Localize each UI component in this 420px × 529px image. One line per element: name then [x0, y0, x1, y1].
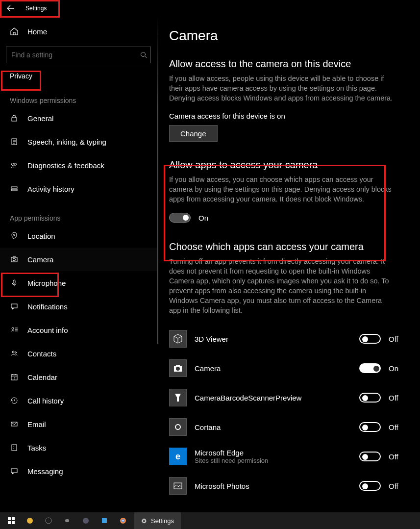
svg-point-29 [46, 518, 51, 524]
section-allow-apps-desc: If you allow access, you can choose whic… [169, 175, 395, 204]
sidebar-item-label: Speech, inking, & typing [27, 138, 106, 146]
app-icon [63, 517, 71, 525]
sidebar-item-call-history[interactable]: Call history [0, 389, 157, 412]
app-icon [100, 517, 108, 525]
sidebar-item-label: Diagnostics & feedback [27, 161, 104, 170]
taskbar-pinned-app-6[interactable] [114, 512, 132, 529]
taskbar-app-label: Settings [151, 517, 174, 525]
titlebar: Settings [0, 0, 420, 16]
svg-rect-4 [11, 187, 17, 188]
allow-apps-toggle-state: On [198, 214, 208, 222]
location-icon [9, 232, 20, 240]
chrome-icon [119, 517, 127, 525]
svg-point-31 [83, 518, 89, 524]
sidebar-item-activity-history[interactable]: Activity history [0, 177, 157, 201]
sidebar-item-notifications[interactable]: Notifications [0, 295, 157, 318]
allow-apps-toggle[interactable] [169, 213, 191, 223]
svg-point-22 [175, 425, 180, 429]
app-toggle-state: Off [389, 335, 403, 343]
sidebar-item-messaging[interactable]: Messaging [0, 459, 157, 483]
apps-list: 3D ViewerOffCameraOnCameraBarcodeScanner… [169, 324, 403, 501]
app-toggle[interactable] [359, 334, 381, 344]
sidebar-item-email[interactable]: Email [0, 412, 157, 436]
sidebar-item-speech[interactable]: Speech, inking, & typing [0, 130, 157, 153]
app-icon [169, 418, 187, 436]
app-icon [169, 359, 187, 377]
app-toggle[interactable] [359, 422, 381, 432]
app-toggle[interactable] [359, 393, 381, 403]
calendar-icon [9, 373, 20, 381]
lock-icon [9, 114, 20, 122]
sidebar-item-general[interactable]: General [0, 106, 157, 130]
sidebar-home[interactable]: Home [0, 21, 157, 42]
svg-point-8 [13, 258, 16, 261]
app-row: CortanaOff [169, 412, 403, 442]
taskbar-pinned-app-5[interactable] [95, 512, 114, 529]
app-name: CameraBarcodeScannerPreview [195, 394, 359, 402]
taskbar-app-settings[interactable]: ⚙ Settings [134, 512, 181, 529]
svg-point-0 [141, 52, 146, 57]
sidebar-group-windows-permissions: Windows permissions [0, 83, 157, 106]
taskbar-start-button[interactable] [2, 512, 21, 529]
sidebar-item-calendar[interactable]: Calendar [0, 365, 157, 389]
app-row: CameraOn [169, 353, 403, 383]
app-toggle[interactable] [359, 481, 381, 491]
windows-icon [7, 517, 15, 525]
sidebar-item-label: Calendar [27, 373, 57, 381]
sidebar-item-location[interactable]: Location [0, 224, 157, 248]
app-subtitle: Sites still need permission [195, 457, 359, 464]
app-toggle[interactable] [359, 452, 381, 461]
call-history-icon [9, 397, 20, 404]
taskbar-pinned-app-4[interactable] [76, 512, 95, 529]
search-input[interactable] [6, 51, 137, 59]
sidebar-item-account-info[interactable]: Account info [0, 318, 157, 342]
section-choose-apps-title: Choose which apps can access your camera [169, 241, 403, 252]
sidebar-item-label: Account info [27, 326, 68, 334]
sidebar-item-diagnostics[interactable]: Diagnostics & feedback [0, 153, 157, 177]
camera-icon [9, 255, 20, 263]
svg-point-19 [176, 367, 180, 371]
app-icon: e [169, 448, 187, 465]
sidebar-item-label: Contacts [27, 350, 56, 358]
back-button[interactable] [3, 0, 19, 16]
app-name: Cortana [195, 423, 359, 431]
section-allow-apps-title: Allow apps to access your camera [169, 159, 403, 171]
taskbar-pinned-app-3[interactable] [58, 512, 76, 529]
clipboard-icon [9, 138, 20, 146]
sidebar-item-contacts[interactable]: Contacts [0, 342, 157, 365]
sidebar-item-microphone[interactable]: Microphone [0, 271, 157, 295]
app-toggle-state: Off [389, 394, 403, 402]
sidebar-item-label: Email [27, 420, 46, 428]
svg-rect-21 [177, 397, 179, 402]
sidebar-category-privacy[interactable]: Privacy [0, 65, 157, 83]
content: Camera Allow access to the camera on thi… [158, 16, 420, 512]
sidebar: Home Privacy Windows permissions General… [0, 16, 157, 512]
sidebar-item-tasks[interactable]: Tasks [0, 436, 157, 459]
app-toggle-state: Off [389, 482, 403, 490]
svg-rect-27 [12, 521, 15, 524]
svg-rect-1 [12, 118, 17, 121]
search-box[interactable] [6, 47, 151, 63]
app-icon [82, 517, 90, 525]
sidebar-item-label: Location [27, 232, 55, 240]
app-icon [45, 517, 52, 525]
search-icon [137, 51, 150, 58]
svg-rect-32 [102, 518, 107, 523]
app-name: Microsoft Photos [195, 482, 359, 490]
change-button[interactable]: Change [169, 125, 218, 142]
svg-point-28 [27, 518, 33, 524]
app-name: Camera [195, 364, 359, 373]
svg-rect-24 [8, 517, 11, 520]
microphone-icon [9, 279, 20, 287]
svg-rect-20 [176, 365, 180, 366]
svg-point-3 [12, 163, 14, 166]
sidebar-item-label: Tasks [27, 444, 46, 452]
page-title: Camera [169, 28, 403, 44]
taskbar-pinned-app-1[interactable] [21, 512, 39, 529]
svg-rect-5 [11, 189, 17, 191]
sidebar-item-camera[interactable]: Camera [0, 248, 157, 271]
taskbar-pinned-app-2[interactable] [39, 512, 58, 529]
sidebar-item-label: Microphone [27, 279, 66, 287]
app-toggle[interactable] [359, 363, 381, 373]
section-allow-access-device-title: Allow access to the camera on this devic… [169, 58, 403, 70]
